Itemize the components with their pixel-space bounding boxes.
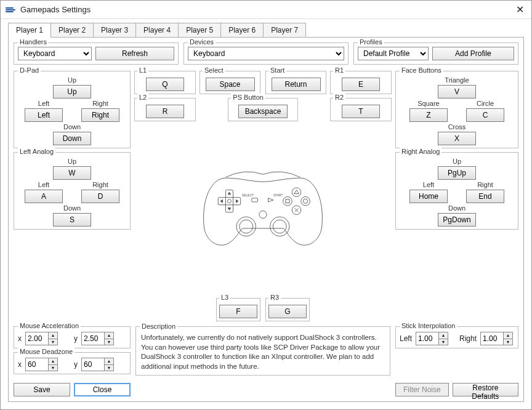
triangle-button[interactable]: V <box>438 85 476 98</box>
ranalog-down-button[interactable]: PgDown <box>438 213 476 227</box>
right-analog-group: Right Analog Up PgUp Left Home Right End… <box>395 152 518 230</box>
dpad-label: D-Pad <box>18 66 41 74</box>
spin-up-icon[interactable]: ▲ <box>105 358 113 365</box>
mouse-deadzone-label: Mouse Deadzone <box>18 348 75 355</box>
handlers-combo[interactable]: Keyboard <box>18 47 92 60</box>
controller-svg-icon: SELECT START <box>200 167 326 252</box>
devices-label: Devices <box>188 38 216 46</box>
spin-down-icon[interactable]: ▼ <box>105 365 113 371</box>
filter-noise-button[interactable]: Filter Noise <box>395 383 449 396</box>
stick-interp-left-input[interactable] <box>416 332 438 345</box>
l3-label: L3 <box>219 294 230 301</box>
spin-down-icon[interactable]: ▼ <box>49 365 57 371</box>
restore-defaults-button[interactable]: Restore Defaults <box>453 383 518 396</box>
mouse-dead-y-input[interactable] <box>82 358 104 371</box>
close-button[interactable]: Close <box>74 383 131 396</box>
profiles-label: Profiles <box>358 38 384 46</box>
profiles-combo[interactable]: Default Profile <box>358 47 429 60</box>
mouse-accel-y-spin[interactable]: ▲▼ <box>81 332 114 345</box>
l2-button[interactable]: R <box>146 105 184 118</box>
spin-up-icon[interactable]: ▲ <box>439 332 448 339</box>
lanalog-left-button[interactable]: A <box>25 190 63 203</box>
lanalog-down-button[interactable]: S <box>53 213 91 227</box>
lanalog-up-button[interactable]: W <box>53 166 91 180</box>
svg-rect-9 <box>252 198 258 202</box>
l2-group: L2 R <box>134 98 196 121</box>
tab-player-7[interactable]: Player 7 <box>263 23 306 38</box>
svg-point-5 <box>283 196 292 206</box>
r2-button[interactable]: T <box>342 105 380 118</box>
tab-player-2[interactable]: Player 2 <box>50 23 94 38</box>
spin-down-icon[interactable]: ▼ <box>439 339 448 345</box>
spin-up-icon[interactable]: ▲ <box>49 332 57 339</box>
mouse-dead-x-spin[interactable]: ▲▼ <box>25 358 58 371</box>
l3-button[interactable]: F <box>219 305 257 318</box>
mouse-accel-label: Mouse Acceleration <box>18 322 81 329</box>
dpad-down-button[interactable]: Down <box>53 132 91 145</box>
gamepad-settings-window: Gamepads Settings ✕ Player 1 Player 2 Pl… <box>0 0 532 410</box>
r2-group: R2 T <box>330 98 392 121</box>
mouse-accel-x-input[interactable] <box>26 332 48 345</box>
r2-label: R2 <box>333 94 345 101</box>
dpad-left-button[interactable]: Left <box>25 108 63 122</box>
r1-button[interactable]: E <box>342 78 380 91</box>
tab-player-3[interactable]: Player 3 <box>93 23 136 38</box>
start-button[interactable]: Return <box>272 78 321 91</box>
devices-group: Devices Keyboard <box>183 42 349 65</box>
mouse-accel-x-spin[interactable]: ▲▼ <box>25 332 58 345</box>
dpad-right-button[interactable]: Right <box>81 108 119 122</box>
description-label: Description <box>140 322 177 331</box>
cross-button[interactable]: X <box>438 132 476 145</box>
titlebar: Gamepads Settings ✕ <box>1 1 531 19</box>
description-text: Unfortunately, we currently do not nativ… <box>141 333 385 371</box>
add-profile-button[interactable]: Add Profile <box>432 47 514 60</box>
square-button[interactable]: Z <box>409 108 448 122</box>
mouse-deadzone-group: Mouse Deadzone x ▲▼ y ▲▼ <box>14 352 131 374</box>
tab-player-1[interactable]: Player 1 <box>8 23 51 38</box>
stick-interp-label: Stick Interpolation <box>400 322 457 329</box>
devices-combo[interactable]: Keyboard <box>188 47 344 60</box>
controller-diagram: SELECT START <box>200 125 326 294</box>
psbutton-group: PS Button Backspace <box>228 98 297 121</box>
mouse-accel-y-input[interactable] <box>82 332 104 345</box>
lanalog-right-button[interactable]: D <box>81 190 119 203</box>
ranalog-left-button[interactable]: Home <box>409 190 448 203</box>
stick-interp-group: Stick Interpolation Left ▲▼ Right <box>395 326 518 348</box>
player-tabs: Player 1 Player 2 Player 3 Player 4 Play… <box>8 23 524 38</box>
refresh-button[interactable]: Refresh <box>95 47 174 60</box>
r3-button[interactable]: G <box>268 305 307 318</box>
left-analog-label: Left Analog <box>18 148 55 155</box>
stick-interp-right-input[interactable] <box>481 332 503 345</box>
ranalog-right-button[interactable]: End <box>466 190 504 203</box>
stick-interp-left-spin[interactable]: ▲▼ <box>416 332 448 345</box>
spin-down-icon[interactable]: ▼ <box>105 339 113 345</box>
mouse-dead-y-spin[interactable]: ▲▼ <box>81 358 114 371</box>
ranalog-up-button[interactable]: PgUp <box>438 166 476 180</box>
circle-button[interactable]: C <box>466 108 504 122</box>
handlers-label: Handlers <box>18 38 49 46</box>
r3-group: R3 G <box>265 298 310 321</box>
mouse-dead-x-input[interactable] <box>26 358 48 371</box>
tab-pane: Handlers Keyboard Refresh Devices Keyboa… <box>8 37 524 402</box>
window-title: Gamepads Settings <box>20 5 514 14</box>
spin-up-icon[interactable]: ▲ <box>49 358 57 365</box>
spin-up-icon[interactable]: ▲ <box>105 332 113 339</box>
tab-player-6[interactable]: Player 6 <box>220 23 264 38</box>
window-close-button[interactable]: ✕ <box>514 4 526 15</box>
dpad-up-button[interactable]: Up <box>53 85 91 98</box>
tab-player-4[interactable]: Player 4 <box>135 23 179 38</box>
svg-rect-7 <box>286 199 289 203</box>
l1-button[interactable]: Q <box>146 78 184 91</box>
psbutton-button[interactable]: Backspace <box>238 105 288 118</box>
spin-down-icon[interactable]: ▼ <box>49 339 57 345</box>
r3-label: R3 <box>268 294 281 301</box>
profiles-group: Profiles Default Profile Add Profile <box>353 42 518 65</box>
description-group: Description Unfortunately, we currently … <box>135 326 390 376</box>
select-label: Select <box>203 66 225 74</box>
spin-down-icon[interactable]: ▼ <box>504 339 512 345</box>
spin-up-icon[interactable]: ▲ <box>504 332 512 339</box>
tab-player-5[interactable]: Player 5 <box>178 23 221 38</box>
select-button[interactable]: Space <box>206 78 255 91</box>
save-button[interactable]: Save <box>14 383 70 396</box>
stick-interp-right-spin[interactable]: ▲▼ <box>480 332 513 345</box>
